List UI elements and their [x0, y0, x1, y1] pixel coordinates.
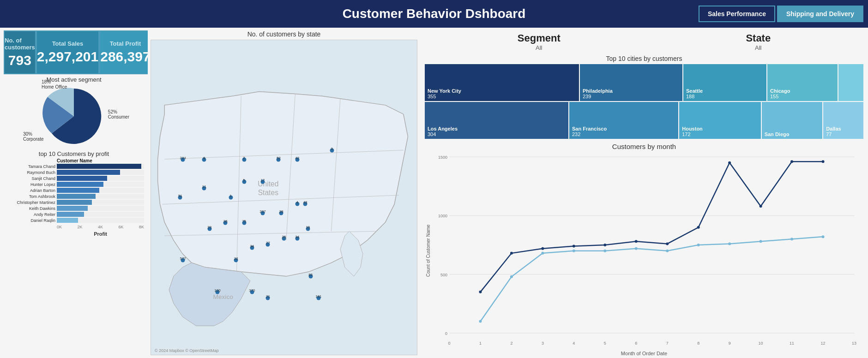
- svg-text:13: 13: [852, 341, 856, 346]
- treemap-cell[interactable]: San Francisco232: [569, 102, 678, 139]
- bar-fill: [57, 170, 120, 175]
- header: Customer Behavior Dshboard Sales Perform…: [0, 0, 868, 28]
- bar-row: Sanjit Chand: [4, 176, 144, 181]
- treemap-cell[interactable]: New York City355: [425, 64, 579, 101]
- filter-row: Segment All State All: [425, 30, 863, 53]
- treemap-count: 355: [428, 94, 576, 99]
- map-dot-label: 26: [223, 219, 228, 223]
- map-dots-container: 2245111815217524232326752372844357722342…: [151, 40, 417, 355]
- home-office-label: 18% Home Office: [42, 79, 67, 90]
- x-axis-label: Month of Order Date: [621, 351, 667, 356]
- map-dot-label: 17: [260, 178, 265, 182]
- bar-label: Keith Dawkins: [4, 206, 55, 211]
- bar-row: Tamara Chand: [4, 164, 144, 169]
- pie-chart: [32, 84, 115, 149]
- svg-text:0: 0: [445, 331, 447, 336]
- svg-point-40: [728, 161, 731, 164]
- bar-label: Tom Ashbrook: [4, 194, 55, 199]
- state-filter-value[interactable]: All: [755, 44, 761, 51]
- treemap-cell[interactable]: Dallas77: [823, 102, 863, 139]
- bar-fill: [57, 194, 96, 199]
- svg-text:4: 4: [573, 341, 575, 346]
- map-dot-label: 11: [202, 185, 206, 189]
- map-dot-label: 43: [303, 200, 307, 204]
- treemap-cell[interactable]: San Diego: [762, 102, 823, 139]
- treemap-cell[interactable]: Seattle188: [683, 64, 766, 101]
- pie-chart-section: Most active segment 52% Consumer 30%: [4, 76, 144, 149]
- map-title: No. of customers by state: [151, 30, 417, 38]
- bar-row: Daniel Raqlin: [4, 218, 144, 223]
- state-filter: State All: [746, 32, 771, 51]
- map-dot-label: 34: [295, 235, 299, 239]
- svg-point-45: [510, 275, 513, 278]
- treemap-city: Los Angeles: [428, 126, 566, 131]
- svg-point-39: [697, 226, 700, 229]
- bar-track: [57, 212, 144, 217]
- svg-text:9: 9: [729, 341, 731, 346]
- segment-filter-value[interactable]: All: [536, 44, 542, 51]
- bar-fill: [57, 212, 84, 217]
- treemap-cell[interactable]: Philadelphia239: [580, 64, 682, 101]
- map-dot-label: 51: [178, 194, 182, 198]
- map-copyright: © 2024 Mapbox © OpenStreetMap: [155, 348, 219, 353]
- svg-text:1: 1: [479, 341, 482, 346]
- kpi-sales-label: Total Sales: [52, 40, 84, 47]
- map-dot-label: 27: [266, 241, 270, 245]
- line-chart-title: Customers by month: [425, 143, 863, 150]
- kpi-profit-label: Total Profit: [110, 40, 141, 47]
- treemap-cell[interactable]: Chicago155: [767, 64, 838, 101]
- kpi-customers-value: 793: [8, 53, 31, 68]
- svg-point-46: [541, 252, 544, 255]
- svg-point-51: [697, 244, 700, 246]
- svg-point-37: [635, 240, 638, 243]
- bar-track: [57, 218, 144, 223]
- axis-tick-0: 0K: [57, 225, 62, 229]
- svg-point-44: [479, 320, 482, 323]
- axis-tick-4: 8K: [139, 225, 144, 229]
- treemap-count: 239: [583, 94, 680, 99]
- bar-fill: [57, 218, 78, 223]
- kpi-profit: Total Profit 286,397: [99, 30, 151, 74]
- treemap-cell[interactable]: Houston172: [679, 102, 760, 139]
- map-dot-label: 237: [259, 209, 265, 214]
- treemap-count: 77: [826, 131, 861, 137]
- svg-point-38: [666, 242, 669, 245]
- treemap-city: New York City: [428, 88, 576, 94]
- left-panel: No. of customers 793 Total Sales 2,297,2…: [0, 28, 148, 358]
- map-dot-label: 28: [279, 209, 283, 214]
- profit-axis-label: Profit: [94, 231, 107, 237]
- svg-text:500: 500: [440, 273, 447, 277]
- y-axis-label: Count of Customer Name: [425, 152, 431, 349]
- kpi-sales-value: 2,297,201: [37, 49, 98, 65]
- svg-text:12: 12: [821, 341, 826, 346]
- treemap-cell[interactable]: Los Angeles304: [425, 102, 568, 139]
- treemap-cell[interactable]: [838, 64, 863, 101]
- bar-track: [57, 164, 144, 169]
- bar-row: Andy Reiter: [4, 212, 144, 217]
- map-panel: No. of customers by state United States: [148, 28, 420, 358]
- svg-point-53: [760, 240, 762, 243]
- state-filter-title: State: [746, 32, 771, 44]
- bar-track: [57, 170, 144, 175]
- bar-axis: 0K 2K 4K 6K 8K: [57, 225, 144, 229]
- bar-label: Adrian Barton: [4, 188, 55, 193]
- map-dot-label: 5: [243, 178, 245, 182]
- svg-text:0: 0: [448, 341, 450, 346]
- bar-fill: [57, 188, 99, 193]
- map-dot-label: 52: [277, 156, 281, 160]
- svg-text:7: 7: [666, 341, 669, 346]
- treemap-city: Philadelphia: [583, 88, 680, 94]
- bar-track: [57, 206, 144, 211]
- svg-point-32: [479, 291, 482, 293]
- map-dot-label: 4: [296, 200, 298, 204]
- map-dot-label: 23: [207, 225, 211, 229]
- svg-text:11: 11: [790, 341, 794, 346]
- shipping-delivery-button[interactable]: Shipping and Delivery: [777, 6, 863, 22]
- sales-performance-button[interactable]: Sales Performance: [699, 6, 775, 22]
- col-header: Customer Name: [57, 158, 144, 163]
- map-dot-label: 42: [295, 156, 299, 160]
- svg-point-41: [760, 205, 762, 208]
- map-dot-label: 224: [180, 156, 186, 160]
- dashboard-title: Customer Behavior Dshboard: [343, 6, 526, 21]
- bar-label: Tamara Chand: [4, 164, 55, 169]
